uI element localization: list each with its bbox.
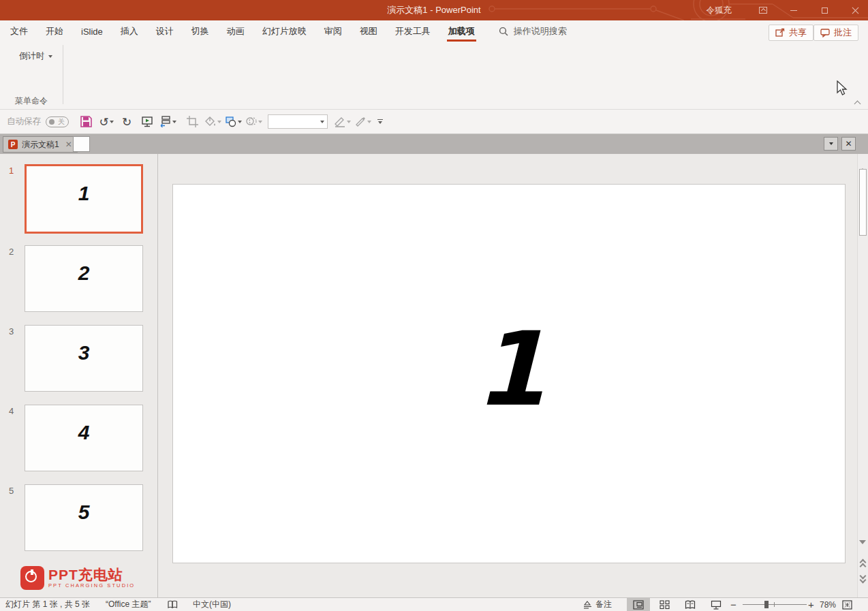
chevron-down-icon — [320, 121, 324, 123]
crop-button[interactable] — [183, 113, 201, 131]
slide-number-text[interactable]: 1 — [475, 310, 546, 428]
document-tab-title: 演示文稿1 — [22, 139, 59, 151]
fit-slide-to-window-button[interactable] — [842, 598, 856, 611]
collapse-ribbon-button[interactable] — [853, 99, 863, 107]
tab-slideshow[interactable]: 幻灯片放映 — [253, 20, 315, 42]
theme-indicator[interactable]: “Office 主题” — [106, 598, 151, 611]
tab-close-icon[interactable]: ✕ — [65, 140, 72, 149]
tell-me-label: 操作说明搜索 — [514, 25, 567, 37]
comments-button[interactable]: 批注 — [813, 25, 858, 41]
ppt-charging-station-logo: PPT充电站 PPT CHARGING STUDIO — [20, 566, 135, 590]
chevron-down-icon — [258, 121, 262, 123]
slide-sorter-view-button[interactable] — [653, 598, 676, 611]
save-button[interactable] — [77, 113, 95, 131]
tab-insert[interactable]: 插入 — [112, 20, 147, 42]
ribbon-display-options-icon — [759, 7, 767, 14]
charging-plug-icon — [20, 566, 44, 590]
previous-slide-button[interactable] — [859, 559, 867, 569]
thumbnail-slide-text: 1 — [78, 182, 90, 205]
minimize-button[interactable] — [782, 0, 805, 20]
tab-animations[interactable]: 动画 — [218, 20, 253, 42]
zoom-out-button[interactable]: − — [730, 598, 740, 611]
accessibility-icon — [168, 600, 178, 609]
autosave-toggle[interactable]: 关 — [46, 116, 69, 127]
tab-bar-close-button[interactable]: ✕ — [841, 137, 856, 151]
fill-color-button[interactable] — [204, 113, 221, 131]
minimize-icon — [790, 10, 797, 11]
zoom-level-button[interactable]: 78% — [820, 598, 836, 611]
ribbon-group-divider — [63, 45, 63, 104]
slide-number: 2 — [9, 247, 14, 257]
chevron-down-icon — [367, 121, 371, 123]
countdown-dropdown-button[interactable]: 倒计时 — [15, 48, 57, 65]
tab-transitions[interactable]: 切换 — [183, 20, 218, 42]
maximize-icon — [822, 7, 828, 14]
thumbnail-box[interactable]: 3 — [25, 325, 143, 392]
fit-to-window-icon — [842, 600, 852, 610]
redo-button[interactable]: ↻ — [118, 113, 136, 131]
normal-view-button[interactable] — [627, 598, 650, 611]
logo-title: PPT充电站 — [48, 567, 135, 582]
start-slideshow-button[interactable] — [138, 113, 156, 131]
next-slide-button[interactable] — [859, 574, 867, 584]
reading-view-icon — [685, 600, 696, 610]
ribbon-display-options-button[interactable] — [751, 0, 775, 20]
pen-button[interactable] — [354, 113, 371, 131]
shape-effects-icon — [245, 116, 258, 127]
thumbnail-box[interactable]: 1 — [25, 164, 143, 234]
status-bar: 幻灯片 第 1 张 , 共 5 张 “Office 主题” 中文(中国) 备注 — [0, 597, 868, 611]
tab-file[interactable]: 文件 — [1, 20, 37, 42]
maximize-button[interactable] — [813, 0, 836, 20]
autosave-label: 自动保存 — [7, 116, 41, 127]
shape-effects-button[interactable] — [245, 113, 262, 131]
customize-qat-button[interactable] — [375, 119, 385, 125]
thumbnail-slide-text: 3 — [78, 341, 90, 364]
tab-developer[interactable]: 开发工具 — [386, 20, 439, 42]
notes-button[interactable]: 备注 — [583, 598, 612, 611]
language-indicator[interactable]: 中文(中国) — [193, 598, 231, 611]
thumbnail-box[interactable]: 4 — [25, 405, 143, 471]
tell-me-search[interactable]: 操作说明搜索 — [499, 20, 567, 42]
zoom-slider-track[interactable] — [743, 604, 807, 605]
tab-design[interactable]: 设计 — [147, 20, 183, 42]
arrange-button[interactable] — [159, 113, 176, 131]
slide-position-indicator[interactable]: 幻灯片 第 1 张 , 共 5 张 — [5, 598, 90, 611]
undo-button[interactable]: ↺ — [97, 113, 115, 131]
qat-combobox[interactable] — [268, 114, 328, 129]
thumbnail-box[interactable]: 5 — [25, 484, 143, 551]
close-button[interactable] — [843, 0, 867, 20]
zoom-in-button[interactable]: + — [808, 598, 818, 611]
account-user-name[interactable]: 令狐充 — [707, 0, 732, 20]
tab-islide[interactable]: iSlide — [72, 20, 112, 42]
tab-home[interactable]: 开始 — [37, 20, 72, 42]
ribbon-group-name: 菜单命令 — [0, 95, 63, 107]
window-title: 演示文稿1 - PowerPoint — [0, 0, 868, 20]
share-button[interactable]: 共享 — [769, 25, 813, 41]
slideshow-view-button[interactable] — [704, 598, 728, 611]
shapes-button[interactable] — [224, 113, 242, 131]
thumbnail-slide-text: 4 — [78, 421, 90, 444]
slide-editing-surface[interactable]: 1 — [172, 184, 846, 563]
comment-icon — [820, 28, 831, 37]
tab-addins[interactable]: 加载项 — [439, 20, 484, 42]
scroll-down-button[interactable] — [859, 544, 867, 552]
chevron-down-icon — [378, 121, 382, 124]
toggle-knob-icon — [49, 119, 55, 125]
vertical-scrollbar[interactable] — [857, 154, 868, 597]
accessibility-checker-button[interactable] — [168, 598, 178, 611]
tab-view[interactable]: 视图 — [351, 20, 386, 42]
thumbnail-box[interactable]: 2 — [25, 245, 143, 312]
shape-outline-button[interactable] — [333, 113, 351, 131]
tab-list-dropdown-button[interactable] — [824, 137, 838, 151]
comments-label: 批注 — [834, 27, 852, 39]
new-document-tab-button[interactable] — [73, 136, 90, 152]
thumbnail-slide-text: 2 — [78, 262, 90, 285]
scrollbar-thumb[interactable] — [859, 169, 867, 236]
pen-icon — [354, 116, 367, 127]
document-tab[interactable]: P 演示文稿1 ✕ — [3, 136, 78, 153]
scroll-up-button[interactable] — [859, 158, 867, 166]
zoom-slider-thumb[interactable] — [764, 601, 769, 608]
tab-review[interactable]: 审阅 — [315, 20, 351, 42]
reading-view-button[interactable] — [679, 598, 702, 611]
share-icon — [775, 28, 786, 37]
